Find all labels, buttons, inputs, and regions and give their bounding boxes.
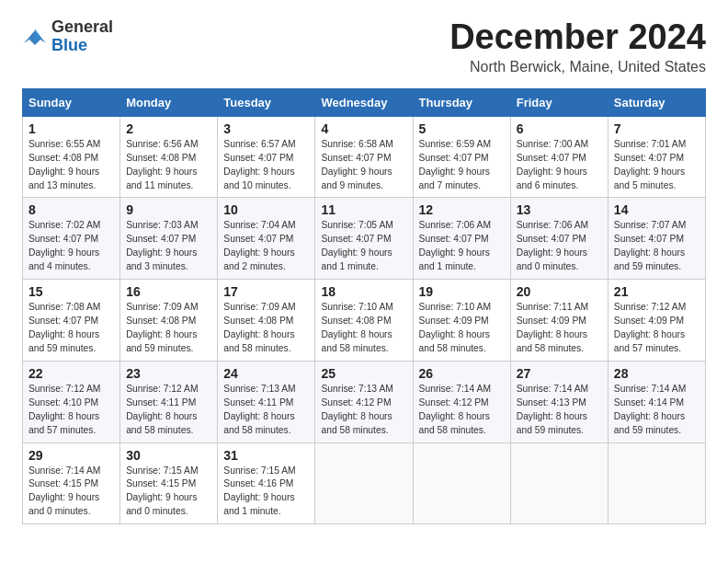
calendar-cell: 15Sunrise: 7:08 AMSunset: 4:07 PMDayligh… xyxy=(23,280,120,362)
header-day-saturday: Saturday xyxy=(608,88,705,116)
header-day-friday: Friday xyxy=(510,88,608,116)
calendar-cell: 2Sunrise: 6:56 AMSunset: 4:08 PMDaylight… xyxy=(120,116,218,198)
day-number: 1 xyxy=(28,121,114,136)
header-day-sunday: Sunday xyxy=(23,88,120,116)
calendar-cell xyxy=(608,442,705,524)
calendar-cell: 3Sunrise: 6:57 AMSunset: 4:07 PMDaylight… xyxy=(218,116,315,198)
day-info: Sunrise: 7:03 AMSunset: 4:07 PMDaylight:… xyxy=(126,219,211,274)
day-number: 25 xyxy=(321,366,406,381)
day-info: Sunrise: 7:06 AMSunset: 4:07 PMDaylight:… xyxy=(419,219,505,274)
day-number: 8 xyxy=(28,202,114,217)
day-info: Sunrise: 7:13 AMSunset: 4:11 PMDaylight:… xyxy=(223,383,309,438)
calendar-cell: 13Sunrise: 7:06 AMSunset: 4:07 PMDayligh… xyxy=(510,198,608,280)
day-info: Sunrise: 7:02 AMSunset: 4:07 PMDaylight:… xyxy=(28,219,114,274)
day-info: Sunrise: 7:09 AMSunset: 4:08 PMDaylight:… xyxy=(126,301,211,356)
day-info: Sunrise: 7:00 AMSunset: 4:07 PMDaylight:… xyxy=(517,138,602,193)
calendar-cell: 28Sunrise: 7:14 AMSunset: 4:14 PMDayligh… xyxy=(608,361,705,442)
day-number: 10 xyxy=(223,202,309,217)
calendar-body: 1Sunrise: 6:55 AMSunset: 4:08 PMDaylight… xyxy=(23,116,706,523)
day-info: Sunrise: 6:57 AMSunset: 4:07 PMDaylight:… xyxy=(223,138,309,193)
day-number: 18 xyxy=(321,284,406,299)
week-row-2: 8Sunrise: 7:02 AMSunset: 4:07 PMDaylight… xyxy=(23,198,706,280)
calendar-cell: 27Sunrise: 7:14 AMSunset: 4:13 PMDayligh… xyxy=(510,361,608,442)
calendar-cell: 17Sunrise: 7:09 AMSunset: 4:08 PMDayligh… xyxy=(218,280,315,362)
day-number: 30 xyxy=(126,448,211,463)
calendar-cell: 24Sunrise: 7:13 AMSunset: 4:11 PMDayligh… xyxy=(218,361,315,442)
day-number: 4 xyxy=(321,121,406,136)
day-info: Sunrise: 7:09 AMSunset: 4:08 PMDaylight:… xyxy=(223,301,309,356)
day-info: Sunrise: 6:58 AMSunset: 4:07 PMDaylight:… xyxy=(321,138,406,193)
calendar-table: SundayMondayTuesdayWednesdayThursdayFrid… xyxy=(22,88,706,524)
day-number: 12 xyxy=(419,202,505,217)
calendar-cell: 11Sunrise: 7:05 AMSunset: 4:07 PMDayligh… xyxy=(315,198,413,280)
day-info: Sunrise: 7:15 AMSunset: 4:16 PMDaylight:… xyxy=(223,465,309,520)
day-number: 28 xyxy=(614,366,700,381)
calendar-cell: 21Sunrise: 7:12 AMSunset: 4:09 PMDayligh… xyxy=(608,280,705,362)
calendar-cell: 29Sunrise: 7:14 AMSunset: 4:15 PMDayligh… xyxy=(23,442,120,524)
header-day-monday: Monday xyxy=(120,88,218,116)
calendar-cell: 20Sunrise: 7:11 AMSunset: 4:09 PMDayligh… xyxy=(510,280,608,362)
day-number: 26 xyxy=(419,366,505,381)
header-row: SundayMondayTuesdayWednesdayThursdayFrid… xyxy=(23,88,706,116)
logo-blue-text: Blue xyxy=(51,37,113,55)
calendar-subtitle: North Berwick, Maine, United States xyxy=(449,59,706,75)
day-number: 5 xyxy=(419,121,505,136)
calendar-header: SundayMondayTuesdayWednesdayThursdayFrid… xyxy=(23,88,706,116)
day-info: Sunrise: 6:59 AMSunset: 4:07 PMDaylight:… xyxy=(419,138,505,193)
day-info: Sunrise: 7:15 AMSunset: 4:15 PMDaylight:… xyxy=(126,465,211,520)
day-info: Sunrise: 7:12 AMSunset: 4:10 PMDaylight:… xyxy=(28,383,114,438)
day-number: 9 xyxy=(126,202,211,217)
calendar-cell: 1Sunrise: 6:55 AMSunset: 4:08 PMDaylight… xyxy=(23,116,120,198)
day-info: Sunrise: 7:04 AMSunset: 4:07 PMDaylight:… xyxy=(223,219,309,274)
calendar-cell: 5Sunrise: 6:59 AMSunset: 4:07 PMDaylight… xyxy=(413,116,510,198)
day-number: 21 xyxy=(614,284,700,299)
header-day-thursday: Thursday xyxy=(413,88,510,116)
calendar-cell xyxy=(315,442,413,524)
header: General Blue December 2024 North Berwick… xyxy=(22,18,706,75)
calendar-cell: 30Sunrise: 7:15 AMSunset: 4:15 PMDayligh… xyxy=(120,442,218,524)
day-number: 6 xyxy=(517,121,602,136)
calendar-cell: 31Sunrise: 7:15 AMSunset: 4:16 PMDayligh… xyxy=(218,442,315,524)
day-number: 11 xyxy=(321,202,406,217)
calendar-cell: 10Sunrise: 7:04 AMSunset: 4:07 PMDayligh… xyxy=(218,198,315,280)
day-info: Sunrise: 7:14 AMSunset: 4:14 PMDaylight:… xyxy=(614,383,700,438)
calendar-cell: 22Sunrise: 7:12 AMSunset: 4:10 PMDayligh… xyxy=(23,361,120,442)
day-number: 29 xyxy=(28,448,114,463)
calendar-cell: 26Sunrise: 7:14 AMSunset: 4:12 PMDayligh… xyxy=(413,361,510,442)
day-info: Sunrise: 7:10 AMSunset: 4:09 PMDaylight:… xyxy=(419,301,505,356)
day-info: Sunrise: 7:05 AMSunset: 4:07 PMDaylight:… xyxy=(321,219,406,274)
day-number: 7 xyxy=(614,121,700,136)
day-number: 24 xyxy=(223,366,309,381)
calendar-cell: 23Sunrise: 7:12 AMSunset: 4:11 PMDayligh… xyxy=(120,361,218,442)
day-number: 15 xyxy=(28,284,114,299)
week-row-3: 15Sunrise: 7:08 AMSunset: 4:07 PMDayligh… xyxy=(23,280,706,362)
day-number: 14 xyxy=(614,202,700,217)
title-section: December 2024 North Berwick, Maine, Unit… xyxy=(449,18,706,75)
calendar-cell: 14Sunrise: 7:07 AMSunset: 4:07 PMDayligh… xyxy=(608,198,705,280)
calendar-cell: 18Sunrise: 7:10 AMSunset: 4:08 PMDayligh… xyxy=(315,280,413,362)
day-number: 20 xyxy=(517,284,602,299)
header-day-wednesday: Wednesday xyxy=(315,88,413,116)
calendar-cell: 7Sunrise: 7:01 AMSunset: 4:07 PMDaylight… xyxy=(608,116,705,198)
day-info: Sunrise: 7:14 AMSunset: 4:13 PMDaylight:… xyxy=(517,383,602,438)
calendar-cell: 8Sunrise: 7:02 AMSunset: 4:07 PMDaylight… xyxy=(23,198,120,280)
day-info: Sunrise: 7:12 AMSunset: 4:09 PMDaylight:… xyxy=(614,301,700,356)
day-number: 2 xyxy=(126,121,211,136)
calendar-cell xyxy=(413,442,510,524)
calendar-cell: 4Sunrise: 6:58 AMSunset: 4:07 PMDaylight… xyxy=(315,116,413,198)
day-number: 13 xyxy=(517,202,602,217)
day-number: 23 xyxy=(126,366,211,381)
day-number: 3 xyxy=(223,121,309,136)
calendar-cell: 9Sunrise: 7:03 AMSunset: 4:07 PMDaylight… xyxy=(120,198,218,280)
calendar-cell xyxy=(510,442,608,524)
day-info: Sunrise: 7:01 AMSunset: 4:07 PMDaylight:… xyxy=(614,138,700,193)
day-number: 19 xyxy=(419,284,505,299)
calendar-cell: 25Sunrise: 7:13 AMSunset: 4:12 PMDayligh… xyxy=(315,361,413,442)
day-info: Sunrise: 7:10 AMSunset: 4:08 PMDaylight:… xyxy=(321,301,406,356)
calendar-cell: 6Sunrise: 7:00 AMSunset: 4:07 PMDaylight… xyxy=(510,116,608,198)
day-number: 31 xyxy=(223,448,309,463)
day-number: 27 xyxy=(517,366,602,381)
day-info: Sunrise: 7:14 AMSunset: 4:15 PMDaylight:… xyxy=(28,465,114,520)
day-info: Sunrise: 7:08 AMSunset: 4:07 PMDaylight:… xyxy=(28,301,114,356)
day-info: Sunrise: 6:55 AMSunset: 4:08 PMDaylight:… xyxy=(28,138,114,193)
